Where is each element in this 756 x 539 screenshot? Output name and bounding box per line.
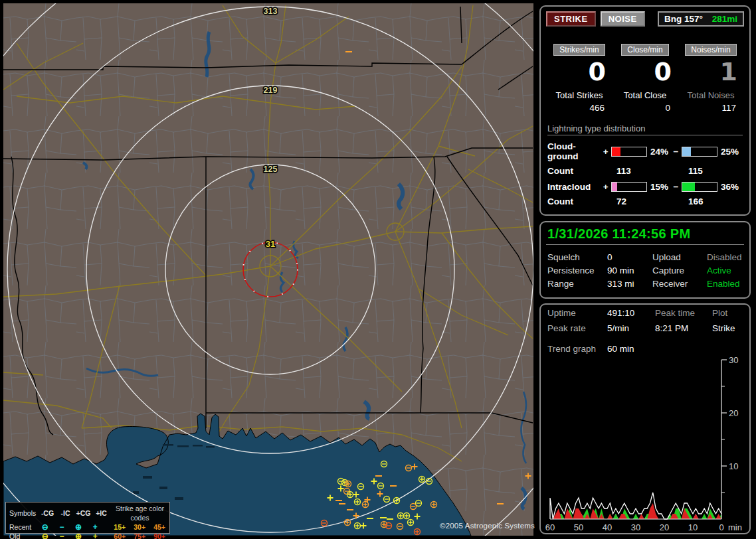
strikes-per-min-badge[interactable]: Strikes/min — [553, 44, 605, 56]
close-per-min-badge[interactable]: Close/min — [621, 44, 668, 56]
cg-positive-count: 113 — [616, 166, 688, 176]
total-strikes-label: Total Strikes — [547, 90, 611, 100]
settings-row: Persistence 90 min Capture Active — [541, 264, 749, 277]
plot-label: Plot — [712, 308, 727, 318]
counters-panel: STRIKE NOISE Bng 157° 281mi Strikes/min … — [539, 5, 751, 216]
svg-text:30: 30 — [729, 355, 738, 365]
svg-text:60: 60 — [545, 522, 555, 532]
cloud-ground-label: Cloud-ground — [547, 141, 602, 161]
svg-text:10: 10 — [729, 461, 738, 471]
circle-plus-icon: ⊕ — [70, 522, 87, 532]
peak-rate-label: Peak rate — [547, 323, 607, 333]
legend-recent-label: Recent — [6, 522, 37, 532]
legend-col-neg-cg: -CG — [39, 508, 56, 518]
datetime-display: 1/31/2026 11:24:56 PM — [541, 222, 749, 244]
ic-positive-pct: 15% — [649, 182, 672, 192]
persistence-value: 90 min — [607, 266, 652, 275]
cg-negative-bar — [682, 147, 717, 157]
svg-text:219: 219 — [264, 86, 278, 95]
mode-toolbar: STRIKE NOISE Bng 157° 281mi — [541, 7, 749, 27]
capture-label: Capture — [652, 266, 707, 275]
distribution-header: Lightning type distribution — [547, 123, 743, 135]
svg-text:10: 10 — [688, 522, 698, 532]
svg-text:125: 125 — [264, 165, 278, 174]
range-label: Range — [547, 279, 607, 289]
svg-text:313: 313 — [264, 7, 278, 16]
stats-row: Uptime 491:10 Peak time Plot — [541, 306, 749, 320]
total-strikes-value: 466 — [547, 103, 611, 113]
squelch-value: 0 — [607, 252, 652, 262]
legend-col-pos-ic: +IC — [92, 508, 110, 518]
noises-per-min-badge[interactable]: Noises/min — [685, 44, 736, 56]
uptime-value: 491:10 — [607, 308, 655, 318]
peak-time-label: Peak time — [655, 308, 712, 318]
cg-negative-count: 115 — [688, 166, 703, 176]
upload-label: Upload — [652, 252, 707, 262]
peak-time-value: 8:21 PM — [655, 323, 712, 333]
total-close-value: 0 — [613, 103, 677, 113]
legend-old-row: Old ⊖ − ⊕ + 60+ 75+ 90+ — [6, 532, 169, 539]
ic-negative-pct: 36% — [719, 182, 743, 192]
intracloud-row: Intracloud + 15% − 36% — [541, 176, 749, 192]
cloud-ground-row: Cloud-ground + 24% − 25% — [541, 135, 749, 161]
age-30: 30+ — [130, 522, 149, 532]
legend-symbols-header: Symbols — [6, 508, 39, 518]
total-noises-label: Total Noises — [679, 90, 743, 100]
trend-graph: 1020306050403020100min — [541, 353, 749, 532]
map-legend: Symbols -CG -IC +CG +IC Strike age color… — [5, 502, 170, 534]
cg-negative-pct: 25% — [719, 147, 743, 157]
peak-rate-value: 5/min — [607, 323, 655, 333]
ic-positive-count: 72 — [616, 196, 688, 206]
close-per-min-value: 0 — [613, 57, 677, 86]
ic-negative-count: 166 — [688, 196, 704, 206]
svg-text:20: 20 — [660, 522, 669, 532]
svg-text:min: min — [728, 522, 742, 532]
svg-text:30: 30 — [631, 522, 640, 532]
svg-text:50: 50 — [574, 522, 583, 532]
legend-recent-row: Recent ⊖ − ⊕ + 15+ 30+ 45+ — [6, 522, 169, 532]
trend-window-value: 60 min — [607, 344, 655, 354]
upload-status: Disabled — [707, 252, 742, 262]
ic-positive-bar — [611, 182, 647, 192]
age-60: 60+ — [110, 532, 130, 539]
copyright-text: ©2005 Astrogenic Systems — [422, 522, 535, 530]
map-canvas: 31321912531 — [3, 3, 533, 536]
legend-header-row: Symbols -CG -IC +CG +IC Strike age color… — [6, 504, 169, 522]
bearing-display: Bng 157° 281mi — [658, 11, 744, 27]
plus-icon: + — [87, 522, 104, 532]
circle-plus-icon: ⊕ — [70, 532, 87, 539]
range-value: 313 mi — [607, 279, 652, 289]
minus-sign: − — [672, 182, 680, 192]
count-label: Count — [547, 196, 616, 206]
svg-text:20: 20 — [729, 408, 738, 418]
bearing-label: Bng 157° — [664, 14, 703, 24]
legend-col-neg-ic: -IC — [56, 508, 74, 518]
stats-row: Peak rate 5/min 8:21 PM Strike — [541, 321, 749, 335]
receiver-label: Receiver — [652, 279, 707, 289]
circle-minus-icon: ⊖ — [37, 522, 53, 532]
minus-icon: − — [53, 532, 70, 539]
noise-button[interactable]: NOISE — [601, 11, 645, 27]
strike-button[interactable]: STRIKE — [546, 11, 596, 27]
svg-text:0: 0 — [719, 522, 723, 532]
ic-negative-bar — [682, 182, 717, 192]
plot-mode-value: Strike — [712, 323, 735, 333]
lightning-map[interactable]: 31321912531 Symbols -CG -IC +CG +IC Stri… — [3, 3, 533, 536]
cloud-ground-count-row: Count 113 115 — [541, 161, 749, 176]
intracloud-count-row: Count 72 166 — [541, 192, 749, 206]
status-panel: 1/31/2026 11:24:56 PM Squelch 0 Upload D… — [539, 221, 751, 299]
total-noises-value: 117 — [679, 103, 743, 113]
minus-sign: − — [672, 147, 680, 157]
close-counter: Close/min 0 Total Close 0 — [613, 44, 677, 113]
divider — [546, 244, 744, 245]
trend-panel: Uptime 491:10 Peak time Plot Peak rate 5… — [539, 303, 751, 534]
age-75: 75+ — [130, 532, 149, 539]
plus-sign: + — [602, 182, 609, 192]
strikes-per-min-value: 0 — [547, 57, 611, 86]
age-45: 45+ — [149, 522, 169, 532]
persistence-label: Persistence — [547, 266, 607, 275]
total-close-label: Total Close — [613, 90, 677, 100]
receiver-status: Enabled — [707, 279, 740, 289]
settings-row: Range 313 mi Receiver Enabled — [541, 277, 749, 290]
minus-icon: − — [53, 522, 70, 532]
